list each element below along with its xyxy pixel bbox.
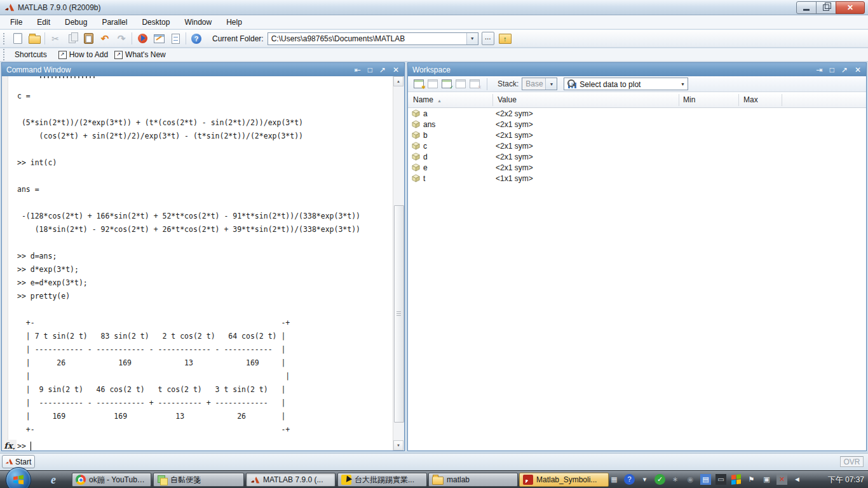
scroll-up-arrow[interactable]: ▲	[393, 76, 403, 86]
help-button[interactable]: ?	[188, 32, 205, 46]
menu-window[interactable]: Window	[179, 16, 217, 29]
new-file-button[interactable]	[10, 32, 26, 46]
input-helper-tray-icon[interactable]: ▤	[700, 474, 711, 485]
plot-selector-dropdown-icon[interactable]: ▼	[677, 78, 688, 90]
plot-selector-combobox[interactable]: Select data to plot ▼	[564, 78, 688, 90]
taskbar-button-ptt[interactable]: 台大批踢踢實業...	[337, 473, 427, 487]
column-header-min[interactable]: Min	[683, 95, 695, 104]
delete-variable-button[interactable]: ✕	[468, 78, 482, 90]
column-header-value[interactable]: Value	[498, 95, 517, 104]
current-folder-combobox[interactable]: C:\Users\a98765s\Documents\MATLAB ▼	[268, 32, 478, 45]
help-tray-icon[interactable]: ?	[624, 474, 635, 485]
undock-icon[interactable]: ↗	[379, 65, 386, 74]
new-variable-button[interactable]: ✱	[412, 78, 426, 90]
undo-button[interactable]: ↶	[97, 32, 113, 46]
scrollbar-thumb[interactable]	[394, 205, 404, 423]
scroll-down-arrow[interactable]: ▼	[393, 440, 403, 451]
matlab-logo-icon	[5, 458, 13, 465]
system-tray: ▦?▾✓∗◉▤▭⚑▣✕◄	[609, 474, 803, 485]
network-tray-icon[interactable]: ▣	[761, 474, 772, 485]
antivirus-tray-icon[interactable]: ✓	[654, 474, 665, 485]
minimize-button[interactable]	[796, 1, 817, 14]
menu-parallel[interactable]: Parallel	[97, 16, 132, 29]
workspace-row-b[interactable]: b<2x1 sym>	[408, 130, 866, 140]
dock-icon[interactable]: ⇥	[817, 65, 823, 74]
command-window-output[interactable]: c = (5*sin(2*t))/(2*exp(3*t)) + (t*(cos(…	[2, 76, 360, 437]
display-tray-icon[interactable]: ▭	[715, 474, 726, 485]
taskbar-button-pdf-document[interactable]: Matlab_Symboli...	[519, 473, 609, 487]
toolbar-grip[interactable]	[3, 33, 6, 44]
maximize-panel-icon[interactable]: □	[368, 65, 372, 74]
whats-new-link[interactable]: What's New	[125, 50, 166, 59]
whats-new-icon: ↗	[114, 51, 123, 59]
taskbar-button-youtube[interactable]: ok蹦 - YouTube ...	[72, 473, 151, 487]
paste-button[interactable]	[80, 32, 97, 46]
dock-icon[interactable]: ⇤	[355, 65, 361, 74]
sticky-notes-icon	[157, 475, 167, 485]
taskbar-button-matlab-folder[interactable]: matlab	[428, 473, 518, 487]
redo-button[interactable]: ↷	[113, 32, 130, 46]
stack-dropdown-icon: ▼	[545, 78, 557, 90]
cut-button[interactable]: ✂	[47, 32, 64, 46]
workspace-row-e[interactable]: e<2x1 sym>	[408, 162, 866, 173]
function-browser-button[interactable]: fx▾	[2, 440, 17, 451]
inactive-tray-icon[interactable]: ∗	[670, 474, 681, 485]
close-panel-icon[interactable]: ✕	[855, 65, 861, 74]
close-button[interactable]: ✕	[836, 1, 865, 14]
sym-variable-icon	[412, 174, 420, 184]
open-variable-button[interactable]	[426, 78, 440, 90]
how-to-add-link[interactable]: How to Add	[69, 50, 108, 59]
taskbar-button-sticky-notes[interactable]: 自黏便箋	[153, 473, 244, 487]
volume-tray-icon[interactable]: ◄	[792, 474, 803, 485]
copy-button[interactable]	[64, 32, 80, 46]
save-workspace-button[interactable]	[454, 78, 468, 90]
workspace-row-d[interactable]: d<2x1 sym>	[408, 151, 866, 162]
workspace-row-a[interactable]: a<2x2 sym>	[408, 108, 866, 119]
command-window-scrollbar[interactable]: ▲ ▼	[393, 76, 404, 451]
profiler-button[interactable]	[167, 32, 184, 46]
flag-tray-icon[interactable]: ⚑	[746, 474, 757, 485]
workspace-titlebar[interactable]: Workspace ⇥ □ ↗ ✕	[408, 63, 866, 76]
workspace-row-t[interactable]: t<1x1 sym>	[408, 173, 866, 184]
stack-combobox[interactable]: Base ▼	[522, 78, 557, 90]
command-prompt[interactable]: >>	[17, 440, 31, 451]
paste-icon	[84, 33, 93, 44]
up-one-folder-button[interactable]: ↑	[499, 34, 512, 44]
menu-edit[interactable]: Edit	[32, 16, 55, 29]
recorder-tray-icon[interactable]: ◉	[685, 474, 696, 485]
keyboard-tray-icon[interactable]: ▦	[609, 474, 620, 485]
no-connection-tray-icon[interactable]: ✕	[776, 474, 787, 485]
column-header-max[interactable]: Max	[743, 95, 758, 104]
variable-name: a	[423, 109, 428, 118]
variable-value: <2x1 sym>	[496, 131, 533, 140]
browse-folder-button[interactable]: ...	[482, 32, 494, 45]
windows-flag-icon	[12, 473, 25, 486]
guide-button[interactable]	[151, 32, 167, 46]
command-window-titlebar[interactable]: Command Window ⇤ □ ↗ ✕	[2, 63, 404, 76]
show-hidden-icons[interactable]: ▾	[639, 474, 650, 485]
overwrite-mode-indicator: OVR	[840, 456, 864, 467]
menu-desktop[interactable]: Desktop	[137, 16, 175, 29]
menu-help[interactable]: Help	[221, 16, 247, 29]
windows-start-orb[interactable]	[6, 467, 31, 488]
import-data-button[interactable]: ✓	[440, 78, 454, 90]
maximize-panel-icon[interactable]: □	[830, 65, 834, 74]
simulink-button[interactable]	[134, 32, 151, 46]
taskbar-button-matlab[interactable]: MATLAB 7.9.0 (...	[246, 473, 336, 487]
internet-explorer-icon[interactable]: e	[46, 472, 61, 487]
shortcuts-grip[interactable]	[3, 49, 6, 60]
taskbar-clock[interactable]: 下午 07:37	[828, 471, 864, 488]
workspace-row-c[interactable]: c<2x1 sym>	[408, 140, 866, 151]
undock-icon[interactable]: ↗	[841, 65, 848, 74]
close-panel-icon[interactable]: ✕	[393, 65, 399, 74]
menu-debug[interactable]: Debug	[60, 16, 92, 29]
matlab-start-button[interactable]: Start	[2, 455, 35, 468]
restore-button[interactable]	[816, 1, 836, 14]
current-folder-dropdown-icon[interactable]: ▼	[466, 33, 478, 44]
menu-file[interactable]: File	[5, 16, 27, 29]
column-header-name[interactable]: Name▲	[413, 95, 442, 104]
workspace-row-ans[interactable]: ans<2x1 sym>	[408, 119, 866, 130]
windows-update-tray-icon[interactable]	[731, 474, 742, 485]
open-file-button[interactable]	[26, 32, 43, 46]
command-window-body[interactable]: c = (5*sin(2*t))/(2*exp(3*t)) + (t*(cos(…	[2, 76, 404, 451]
